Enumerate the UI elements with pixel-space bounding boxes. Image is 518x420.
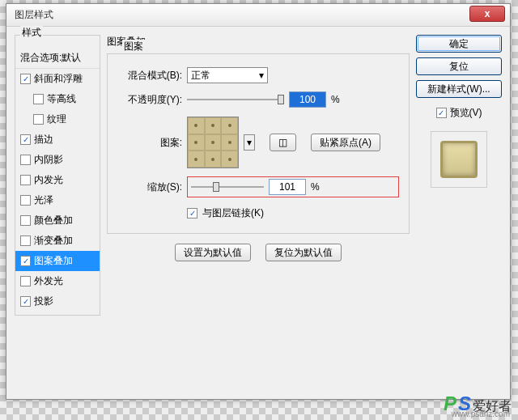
chevron-down-icon: ▾: [259, 70, 264, 81]
style-item-bevel[interactable]: ✓ 斜面和浮雕: [15, 69, 100, 89]
pattern-picker-button[interactable]: ▾: [244, 134, 255, 151]
opacity-input[interactable]: 100: [289, 91, 326, 108]
style-label: 斜面和浮雕: [34, 72, 83, 86]
style-label: 内阴影: [34, 153, 63, 167]
watermark-url: www.psahz.com: [452, 409, 510, 418]
link-layer-checkbox[interactable]: ✓: [187, 208, 197, 218]
blend-mode-select[interactable]: 正常 ▾: [187, 67, 268, 83]
preview-label: 预览(V): [450, 106, 482, 120]
style-label: 颜色叠加: [34, 214, 73, 227]
titlebar: 图层样式 x: [6, 4, 510, 27]
layer-style-dialog: 图层样式 x 样式 混合选项:默认 ✓ 斜面和浮雕 等高线 纹理: [6, 3, 511, 400]
checkbox-icon[interactable]: [33, 94, 44, 104]
style-item-contour[interactable]: 等高线: [15, 89, 100, 109]
style-item-inner-glow[interactable]: 内发光: [15, 170, 100, 190]
checkbox-icon[interactable]: [20, 195, 31, 206]
style-item-satin[interactable]: 光泽: [15, 190, 100, 210]
style-label: 外发光: [34, 274, 63, 288]
pattern-label: 图案:: [117, 136, 182, 150]
style-label: 投影: [34, 295, 53, 308]
scale-input[interactable]: 101: [269, 179, 306, 195]
link-layer-label: 与图层链接(K): [202, 206, 264, 220]
style-label: 渐变叠加: [34, 234, 73, 248]
style-label: 光泽: [34, 193, 53, 207]
pattern-group-label: 图案: [122, 40, 145, 53]
document-icon: ◫: [278, 137, 287, 148]
style-item-stroke[interactable]: ✓ 描边: [15, 129, 100, 150]
percent-label: %: [331, 94, 340, 105]
blend-mode-label: 混合模式(B):: [117, 69, 182, 83]
opacity-slider[interactable]: [187, 92, 284, 107]
style-label: 等高线: [47, 92, 76, 106]
new-preset-button[interactable]: ◫: [270, 134, 296, 151]
preview-thumbnail: [440, 141, 478, 178]
chevron-down-icon: ▾: [247, 137, 252, 148]
checkbox-icon[interactable]: ✓: [20, 74, 31, 84]
styles-header: 样式: [20, 26, 43, 40]
preview-checkbox[interactable]: ✓: [436, 108, 447, 118]
checkbox-icon[interactable]: [20, 276, 31, 286]
checkbox-icon[interactable]: [20, 215, 31, 226]
blending-options-item[interactable]: 混合选项:默认: [15, 48, 100, 69]
opacity-label: 不透明度(Y):: [117, 93, 182, 107]
checkbox-icon[interactable]: [20, 175, 31, 185]
new-style-button[interactable]: 新建样式(W)...: [416, 80, 502, 98]
style-label: 纹理: [47, 112, 66, 126]
pattern-swatch[interactable]: [187, 117, 239, 168]
close-button[interactable]: x: [469, 6, 505, 22]
style-label: 图案叠加: [34, 254, 73, 268]
scale-slider[interactable]: [191, 180, 264, 194]
panel-title: 图案叠加: [107, 35, 410, 49]
style-label: 内发光: [34, 173, 63, 187]
blend-mode-value: 正常: [191, 69, 210, 83]
styles-list-panel: 样式 混合选项:默认 ✓ 斜面和浮雕 等高线 纹理 ✓ 描边: [15, 35, 100, 391]
checkbox-icon[interactable]: [33, 114, 44, 125]
preview-panel: [431, 131, 487, 188]
scale-highlight: 101 %: [187, 176, 399, 197]
ok-button[interactable]: 确定: [416, 35, 502, 53]
make-default-button[interactable]: 设置为默认值: [175, 244, 251, 261]
style-item-texture[interactable]: 纹理: [15, 109, 100, 129]
snap-origin-button[interactable]: 贴紧原点(A): [311, 134, 380, 151]
checkbox-icon[interactable]: [20, 155, 31, 165]
style-item-drop-shadow[interactable]: ✓ 投影: [15, 291, 100, 312]
style-item-color-overlay[interactable]: 颜色叠加: [15, 210, 100, 231]
style-label: 描边: [34, 133, 53, 146]
action-panel: 确定 复位 新建样式(W)... ✓ 预览(V): [416, 35, 502, 391]
reset-default-button[interactable]: 复位为默认值: [265, 244, 342, 261]
style-item-inner-shadow[interactable]: 内阴影: [15, 150, 100, 170]
checkbox-icon[interactable]: [20, 235, 31, 246]
percent-label: %: [311, 181, 320, 193]
close-icon: x: [485, 8, 490, 19]
checkbox-icon[interactable]: ✓: [20, 296, 31, 307]
style-item-gradient-overlay[interactable]: 渐变叠加: [15, 231, 100, 251]
dialog-title: 图层样式: [15, 8, 469, 22]
scale-label: 缩放(S):: [117, 180, 182, 194]
style-item-pattern-overlay[interactable]: ✓ 图案叠加: [15, 251, 100, 271]
style-item-outer-glow[interactable]: 外发光: [15, 271, 100, 291]
settings-panel: 图案叠加 图案 混合模式(B): 正常 ▾ 不透明度(Y): 100: [107, 35, 410, 391]
checkbox-icon[interactable]: ✓: [20, 256, 31, 266]
cancel-button[interactable]: 复位: [416, 57, 502, 75]
checkbox-icon[interactable]: ✓: [20, 134, 31, 145]
